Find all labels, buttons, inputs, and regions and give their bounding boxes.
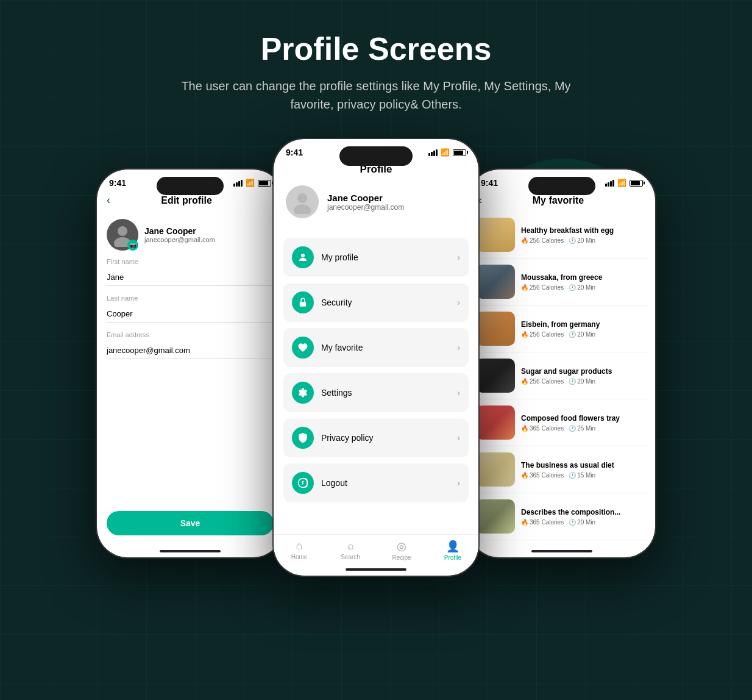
recipe-thumb-2 xyxy=(476,265,515,299)
svg-point-3 xyxy=(294,204,311,214)
recipe-meta-4: 🔥256 Calories 🕐20 Min xyxy=(521,378,648,385)
avatar-name: Jane Cooper xyxy=(144,226,215,236)
recipe-item-7[interactable]: Describes the composition... 🔥365 Calori… xyxy=(476,493,648,540)
avatar-wrap: 📷 xyxy=(107,219,138,251)
time-7: 🕐20 Min xyxy=(569,519,595,526)
signal-icon-right xyxy=(605,180,614,187)
svg-point-0 xyxy=(118,226,127,236)
nav-profile[interactable]: 👤 Profile xyxy=(427,540,478,561)
recipe-name-4: Sugar and sugar products xyxy=(521,367,648,376)
avatar-email: janecooper@gmail.com xyxy=(144,236,215,243)
first-name-label: First name xyxy=(107,258,274,265)
recipe-info-3: Eisbein, from germany 🔥256 Calories 🕐20 … xyxy=(521,320,648,338)
first-name-input[interactable] xyxy=(107,268,274,286)
search-nav-label: Search xyxy=(341,554,360,560)
last-name-input[interactable] xyxy=(107,304,274,323)
status-time-center: 9:41 xyxy=(286,148,303,157)
email-field: Email address xyxy=(107,331,274,359)
recipe-info-1: Healthy breakfast with egg 🔥256 Calories… xyxy=(521,226,648,244)
recipe-info-5: Composed food flowers tray 🔥365 Calories… xyxy=(521,414,648,432)
nav-home[interactable]: ⌂ Home xyxy=(274,540,325,561)
profile-avatar xyxy=(286,185,319,218)
edit-profile-screen: 9:41 📶 ‹ Edit profile xyxy=(97,170,283,557)
home-indicator-left xyxy=(97,545,283,557)
recipe-thumb-4 xyxy=(476,359,515,393)
my-favorite-icon xyxy=(292,337,314,359)
fav-title: My favorite xyxy=(487,195,630,206)
last-name-label: Last name xyxy=(107,295,274,302)
menu-item-logout[interactable]: Logout › xyxy=(283,463,469,502)
wifi-icon-right: 📶 xyxy=(617,179,626,187)
first-name-field: First name xyxy=(107,258,274,286)
recipe-info-6: The business as usual diet 🔥365 Calories… xyxy=(521,461,648,479)
recipe-info-4: Sugar and sugar products 🔥256 Calories 🕐… xyxy=(521,367,648,385)
status-time-right: 9:41 xyxy=(481,178,498,188)
recipe-name-5: Composed food flowers tray xyxy=(521,414,648,423)
last-name-field: Last name xyxy=(107,295,274,323)
battery-icon xyxy=(258,180,271,187)
calories-7: 🔥365 Calories xyxy=(521,519,564,526)
phone-center: 9:41 📶 Profile xyxy=(272,138,480,577)
profile-screen: 9:41 📶 Profile xyxy=(274,139,478,576)
back-button[interactable]: ‹ xyxy=(107,194,110,207)
email-label: Email address xyxy=(107,331,274,338)
recipe-info-7: Describes the composition... 🔥365 Calori… xyxy=(521,508,648,526)
recipe-thumb-7 xyxy=(476,499,515,534)
privacy-policy-chevron: › xyxy=(457,433,460,443)
avatar-info: Jane Cooper janecooper@gmail.com xyxy=(144,226,215,243)
recipe-meta-2: 🔥256 Calories 🕐20 Min xyxy=(521,284,648,291)
dynamic-island-left xyxy=(157,177,224,195)
dynamic-island-right xyxy=(528,177,595,195)
recipe-item-2[interactable]: Moussaka, from greece 🔥256 Calories 🕐20 … xyxy=(476,259,648,305)
menu-item-my-favorite[interactable]: My favorite › xyxy=(283,328,469,367)
svg-rect-5 xyxy=(300,302,307,307)
recipe-meta-6: 🔥365 Calories 🕐15 Min xyxy=(521,472,648,479)
calories-4: 🔥256 Calories xyxy=(521,378,564,385)
page-title: Profile Screens xyxy=(163,30,589,67)
recipe-name-2: Moussaka, from greece xyxy=(521,273,648,282)
header: Profile Screens The user can change the … xyxy=(151,0,601,138)
settings-icon xyxy=(292,382,314,404)
security-icon xyxy=(292,291,314,313)
recipe-item-4[interactable]: Sugar and sugar products 🔥256 Calories 🕐… xyxy=(476,352,648,399)
menu-item-settings[interactable]: Settings › xyxy=(283,373,469,412)
profile-nav-label: Profile xyxy=(444,554,461,561)
recipe-item-6[interactable]: The business as usual diet 🔥365 Calories… xyxy=(476,446,648,493)
profile-user-email: janecooper@gmail.com xyxy=(327,203,404,212)
save-button[interactable]: Save xyxy=(107,511,274,535)
time-5: 🕐25 Min xyxy=(569,425,595,432)
privacy-policy-label: Privacy policy xyxy=(321,433,457,443)
recipe-meta-7: 🔥365 Calories 🕐20 Min xyxy=(521,519,648,526)
nav-recipe[interactable]: ◎ Recipe xyxy=(376,540,427,561)
form-section: First name Last name Email address xyxy=(97,258,283,501)
time-2: 🕐20 Min xyxy=(569,284,595,291)
menu-item-security[interactable]: Security › xyxy=(283,283,469,322)
settings-chevron: › xyxy=(457,388,460,398)
profile-user-row: Jane Cooper janecooper@gmail.com xyxy=(286,185,466,228)
recipe-item-1[interactable]: Healthy breakfast with egg 🔥256 Calories… xyxy=(476,212,648,259)
menu-item-my-profile[interactable]: My profile › xyxy=(283,238,469,277)
page-subtitle: The user can change the profile settings… xyxy=(163,77,589,113)
email-input[interactable] xyxy=(107,341,274,359)
recipe-name-7: Describes the composition... xyxy=(521,508,648,516)
my-profile-label: My profile xyxy=(321,252,457,262)
my-favorite-chevron: › xyxy=(457,343,460,352)
avatar-section: 📷 Jane Cooper janecooper@gmail.com xyxy=(97,212,283,258)
profile-header: Profile Jane Cooper janecooper@gmail.com xyxy=(274,157,478,238)
home-indicator-center xyxy=(274,563,478,576)
recipe-item-3[interactable]: Eisbein, from germany 🔥256 Calories 🕐20 … xyxy=(476,305,648,352)
battery-icon-center xyxy=(453,149,466,156)
svg-point-4 xyxy=(301,254,305,257)
nav-search[interactable]: ⌕ Search xyxy=(325,540,376,561)
recipe-nav-icon: ◎ xyxy=(397,540,406,553)
recipe-item-5[interactable]: Composed food flowers tray 🔥365 Calories… xyxy=(476,399,648,446)
camera-icon[interactable]: 📷 xyxy=(127,240,138,251)
status-icons-right: 📶 xyxy=(605,179,643,187)
wifi-icon: 📶 xyxy=(246,179,255,187)
profile-user-name: Jane Cooper xyxy=(327,193,404,203)
menu-item-privacy-policy[interactable]: Privacy policy › xyxy=(283,418,469,457)
signal-icon-center xyxy=(428,149,438,156)
logout-icon xyxy=(292,472,314,494)
recipe-thumb-6 xyxy=(476,452,515,487)
phones-container: 9:41 📶 ‹ Edit profile xyxy=(96,138,656,589)
